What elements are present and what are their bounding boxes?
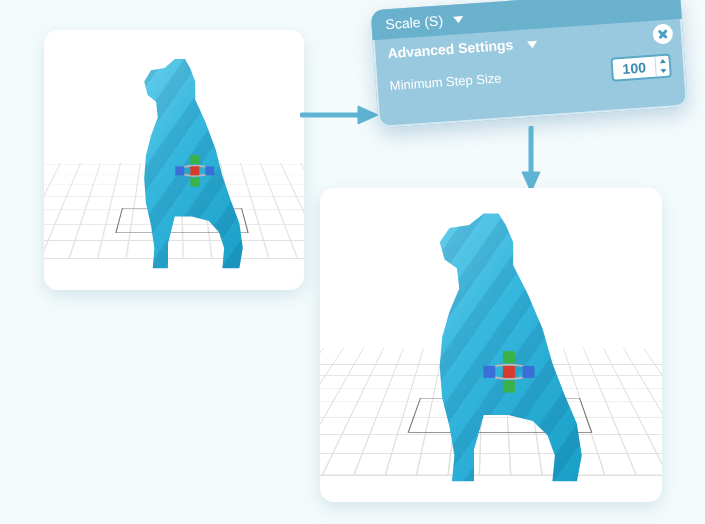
field-label: Minimum Step Size <box>389 70 502 93</box>
gizmo-handle-y-pos[interactable] <box>503 351 515 363</box>
close-button[interactable] <box>652 23 673 44</box>
stepper-down-button[interactable] <box>656 66 670 77</box>
viewport-before <box>44 30 304 290</box>
gizmo-handle-center[interactable] <box>503 366 515 378</box>
min-step-size-value[interactable] <box>613 57 656 80</box>
min-step-size-input[interactable] <box>610 54 672 82</box>
stepper <box>654 56 669 77</box>
arrow-right-icon <box>300 100 380 130</box>
chevron-down-icon <box>527 41 537 49</box>
gizmo-handle-x-neg[interactable] <box>175 166 184 175</box>
svg-marker-1 <box>358 106 378 124</box>
viewport-after <box>320 188 662 502</box>
gizmo-handle-center[interactable] <box>190 166 199 175</box>
panel-title: Scale (S) <box>385 12 444 32</box>
scene[interactable] <box>320 188 662 502</box>
arrow-down-icon <box>516 126 546 196</box>
gizmo-handle-x-pos[interactable] <box>205 166 214 175</box>
transform-gizmo[interactable] <box>169 145 221 197</box>
section-title[interactable]: Advanced Settings <box>387 37 514 62</box>
scene[interactable] <box>44 30 304 290</box>
gizmo-handle-y-pos[interactable] <box>190 155 199 164</box>
transform-gizmo[interactable] <box>475 338 543 406</box>
chevron-down-icon <box>453 15 463 23</box>
scale-settings-panel: Scale (S) Advanced Settings Minimum Step… <box>371 0 688 128</box>
gizmo-handle-y-neg[interactable] <box>503 381 515 393</box>
gizmo-handle-x-pos[interactable] <box>522 366 534 378</box>
gizmo-handle-y-neg[interactable] <box>190 178 199 187</box>
gizmo-handle-x-neg[interactable] <box>483 366 495 378</box>
